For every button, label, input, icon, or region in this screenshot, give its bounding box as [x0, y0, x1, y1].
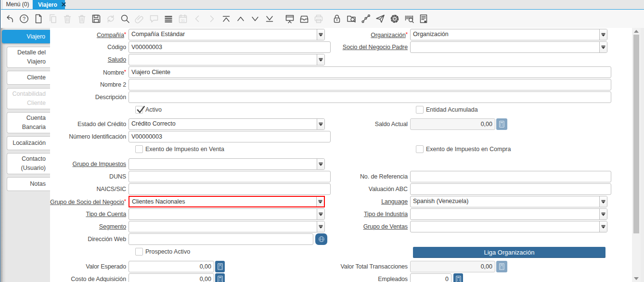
expected-value-field[interactable]: [129, 261, 214, 272]
description-field[interactable]: [129, 91, 611, 103]
greeting-dropdown-button[interactable]: [317, 54, 324, 65]
lock-icon[interactable]: [332, 13, 342, 24]
language-combobox[interactable]: Spanish (Venezuela): [410, 196, 607, 207]
archive-icon[interactable]: [299, 13, 309, 24]
language-dropdown-button[interactable]: [599, 196, 607, 207]
total-transaction-value-field: [410, 261, 495, 272]
scrollbar-gutter: [641, 28, 644, 282]
sales-group-dropdown-button[interactable]: [599, 221, 607, 232]
organization-cell: Organización: [410, 29, 607, 41]
preferences-icon[interactable]: [389, 13, 400, 24]
scrollbar-thumb[interactable]: [633, 35, 639, 233]
active-cell: Activo: [129, 104, 162, 118]
link-organization-button[interactable]: Liga Organización: [413, 247, 605, 258]
acquisition-cost-calculator-button[interactable]: [215, 273, 225, 282]
previous-record-icon[interactable]: [235, 13, 246, 24]
zoom-across-icon[interactable]: [346, 13, 357, 24]
sidebar-tab-cuenta-bancaria[interactable]: Cuenta Bancaria: [7, 112, 50, 133]
delete-selection-icon: [77, 13, 87, 24]
employees-field[interactable]: [410, 273, 451, 282]
sidebar-tab-label: Contabilidad Cliente: [7, 90, 46, 108]
abc-rating-field[interactable]: [410, 183, 611, 195]
aggregated-entity-checkbox-label: Entidad Acumulada: [426, 106, 478, 114]
web-address-field[interactable]: [129, 233, 313, 245]
first-record-icon[interactable]: [221, 13, 232, 24]
delete-record-icon: [62, 13, 73, 24]
expected-value-label: Valor Esperado: [50, 263, 126, 270]
greeting-cell: [129, 54, 325, 66]
send-mail-icon[interactable]: [375, 13, 386, 24]
employees-calculator-button[interactable]: [453, 273, 463, 282]
close-icon[interactable]: ✕: [61, 1, 66, 8]
active-checkbox[interactable]: [135, 106, 143, 114]
sidebar-tab-label: Detalle del Viajero: [7, 48, 46, 66]
calendar-icon: 31: [178, 13, 188, 24]
organization-combobox[interactable]: Organización: [410, 29, 607, 40]
organization-label[interactable]: Organización*: [287, 31, 408, 38]
sidebar-tab-notas[interactable]: Notas: [7, 177, 50, 191]
tax-id-field[interactable]: [129, 131, 331, 142]
language-label[interactable]: Language: [287, 198, 408, 205]
scroll-up-arrow-icon[interactable]: [634, 30, 639, 33]
parent-business-partner-combobox[interactable]: [410, 41, 607, 53]
parent-business-partner-dropdown-button[interactable]: [599, 42, 607, 52]
sidebar-tab-viajero[interactable]: Viajero: [2, 30, 50, 43]
sales-tax-exempt-checkbox-label: Exento de Impuesto en Venta: [145, 145, 224, 154]
sidebar-tab-localizaci-n[interactable]: Localización: [7, 136, 50, 150]
account-type-label[interactable]: Tipo de Cuenta: [50, 211, 126, 218]
aggregated-entity-cell: Entidad Acumulada: [410, 104, 478, 118]
sales-group-label[interactable]: Grupo de Ventas: [287, 223, 408, 230]
report-icon[interactable]: [418, 13, 429, 24]
sidebar-tab-cliente[interactable]: Cliente: [7, 71, 50, 85]
name2-field[interactable]: [129, 79, 611, 90]
reference-no-field[interactable]: [410, 171, 611, 182]
name-field[interactable]: [129, 66, 611, 78]
organization-dropdown-button[interactable]: [599, 29, 607, 40]
globe-icon[interactable]: [315, 233, 327, 245]
help-icon[interactable]: ?: [19, 13, 29, 24]
expected-value-calculator-button[interactable]: [215, 261, 225, 272]
history-icon[interactable]: [284, 13, 295, 24]
scroll-down-arrow-icon[interactable]: [634, 277, 639, 280]
new-record-icon[interactable]: [33, 13, 44, 24]
sales-tax-exempt-checkbox[interactable]: [135, 145, 143, 153]
product-info-icon[interactable]: [404, 13, 414, 24]
tab-viajero[interactable]: Viajero✕: [33, 0, 65, 9]
grid-toggle-icon[interactable]: [163, 13, 174, 24]
segment-label[interactable]: Segmento: [50, 223, 126, 230]
current-balance-calculator-button: [496, 118, 507, 130]
tax-group-dropdown-button[interactable]: [317, 159, 324, 169]
company-label[interactable]: Compañía*: [50, 31, 126, 38]
employees-label: Empleados: [287, 276, 408, 282]
detail-record-icon: [206, 13, 217, 24]
active-prospect-checkbox[interactable]: [135, 248, 143, 256]
business-partner-group-label[interactable]: Grupo de Socio del Negocio*: [50, 198, 126, 205]
last-record-icon[interactable]: [264, 13, 275, 24]
sales-group-combobox[interactable]: [410, 221, 607, 232]
tab-viajero-label: Viajero: [38, 1, 57, 8]
acquisition-cost-field[interactable]: [129, 273, 214, 282]
greeting-label[interactable]: Saludo: [50, 56, 126, 63]
find-icon[interactable]: [120, 13, 130, 24]
industry-type-label[interactable]: Tipo de Industria: [287, 211, 408, 218]
sidebar-tab-contacto-usuario[interactable]: Contacto (Usuario): [7, 153, 50, 174]
industry-type-combobox[interactable]: [410, 208, 607, 220]
parent-business-partner-label[interactable]: Socio del Negocio Padre: [287, 44, 408, 51]
sidebar-tab-detalle-del-viajero[interactable]: Detalle del Viajero: [7, 47, 50, 68]
industry-type-dropdown-button[interactable]: [599, 209, 607, 219]
tab-menu[interactable]: Menú (0): [3, 0, 32, 9]
undo-icon[interactable]: [4, 13, 15, 24]
current-balance-field: [410, 118, 495, 130]
tax-group-combobox[interactable]: [129, 158, 325, 170]
description-cell: [129, 91, 611, 104]
save-icon[interactable]: [91, 13, 102, 24]
sidebar-tab-label: Viajero: [26, 32, 45, 41]
aggregated-entity-checkbox[interactable]: [416, 106, 424, 114]
purchase-tax-exempt-checkbox[interactable]: [416, 145, 424, 153]
next-record-icon[interactable]: [250, 13, 260, 24]
vertical-scrollbar[interactable]: [632, 28, 641, 282]
parent-record-icon: [192, 13, 203, 24]
tax-group-label[interactable]: Grupo de Impuestos: [50, 161, 126, 167]
greeting-combobox[interactable]: [129, 54, 325, 65]
workflow-icon[interactable]: [361, 13, 371, 24]
